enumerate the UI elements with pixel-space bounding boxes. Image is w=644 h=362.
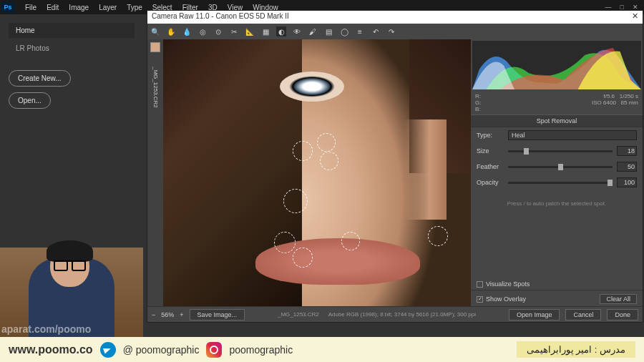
open-button[interactable]: Open... — [9, 92, 51, 109]
color-info[interactable]: Adobe RGB (1998); 8 bit; 3744 by 5616 (2… — [328, 311, 476, 318]
visualize-spots-label: Visualize Spots — [486, 280, 530, 288]
opacity-label: Opacity — [477, 179, 504, 186]
video-credits-bar: www.poomo.co @ poomographic poomographic… — [0, 337, 644, 362]
type-label: Type: — [477, 132, 504, 139]
camera-raw-dialog: Camera Raw 11.0 - Canon EOS 5D Mark II ✕… — [147, 10, 643, 323]
camera-raw-toolbar: 🔍 ✋ 💧 ◎ ⊙ ✂ 📐 ▦ ◐ 👁 🖌 ▤ ◯ ≡ ↶ ↷ — [147, 24, 643, 39]
menu-file[interactable]: File — [20, 4, 42, 11]
save-image-button[interactable]: Save Image... — [190, 309, 245, 321]
graduated-filter-tool-icon[interactable]: ▤ — [323, 26, 333, 36]
show-overlay-checkbox[interactable]: ✓ — [477, 296, 483, 303]
spot-marker[interactable] — [428, 226, 448, 246]
thumbnail[interactable] — [150, 42, 160, 52]
zoom-tool-icon[interactable]: 🔍 — [150, 26, 160, 36]
filename-label: _MG_1253.CR2 — [152, 67, 159, 108]
transform-tool-icon[interactable]: ▦ — [260, 26, 270, 36]
redeye-tool-icon[interactable]: 👁 — [292, 26, 302, 36]
photoshop-logo-icon: Ps — [1, 2, 14, 12]
feather-label: Feather — [477, 163, 504, 170]
preview-canvas[interactable] — [163, 39, 471, 306]
video-watermark: aparat.com/poomo — [1, 323, 91, 335]
meta-shutter: 1/250 s — [620, 93, 638, 99]
hand-tool-icon[interactable]: ✋ — [166, 26, 176, 36]
rotate-left-icon[interactable]: ↶ — [371, 26, 381, 36]
dialog-titlebar: Camera Raw 11.0 - Canon EOS 5D Mark II ✕ — [147, 11, 643, 24]
hint-text: Press / to auto patch the selected spot. — [471, 190, 643, 217]
spot-marker[interactable] — [320, 152, 338, 170]
color-sampler-tool-icon[interactable]: ◎ — [197, 26, 208, 36]
rotate-right-icon[interactable]: ↷ — [386, 26, 396, 36]
panel-title: Spot Removal — [471, 114, 643, 127]
meta-r: R: — [475, 93, 481, 99]
straighten-tool-icon[interactable]: 📐 — [245, 26, 255, 36]
sidebar-lr-photos[interactable]: LR Photos — [9, 41, 135, 56]
preferences-icon[interactable]: ≡ — [355, 26, 365, 36]
zoom-in-button[interactable]: + — [180, 311, 183, 318]
telegram-handle: @ poomographic — [123, 344, 200, 356]
dialog-title: Camera Raw 11.0 - Canon EOS 5D Mark II — [152, 12, 289, 20]
size-value[interactable]: 18 — [617, 146, 637, 156]
open-image-button[interactable]: Open Image — [509, 309, 560, 321]
menu-type[interactable]: Type — [122, 4, 147, 11]
show-overlay-label: Show Overlay — [486, 295, 526, 303]
clear-all-button[interactable]: Clear All — [600, 294, 637, 304]
feather-value[interactable]: 50 — [617, 162, 637, 172]
dialog-footer: − 56% + Save Image... _MG_1253.CR2 Adobe… — [147, 306, 643, 322]
menu-layer[interactable]: Layer — [94, 4, 122, 11]
cancel-button[interactable]: Cancel — [565, 309, 601, 321]
visualize-spots-checkbox[interactable] — [477, 281, 483, 288]
spot-marker[interactable] — [341, 232, 360, 250]
instructor-credit: مدرس : امیر پورابراهیمی — [517, 341, 635, 358]
meta-g: G: — [475, 99, 481, 106]
sidebar-home[interactable]: Home — [9, 23, 135, 38]
histogram[interactable] — [472, 41, 641, 89]
meta-b: B: — [475, 106, 481, 112]
dialog-close-icon[interactable]: ✕ — [632, 11, 638, 21]
filename-footer: _MG_1253.CR2 — [278, 311, 319, 318]
type-select[interactable]: Heal — [508, 130, 637, 140]
instagram-icon — [206, 342, 222, 358]
meta-iso: ISO 6400 — [592, 99, 616, 106]
size-label: Size — [477, 147, 504, 155]
target-adjust-tool-icon[interactable]: ⊙ — [213, 26, 223, 36]
create-new-button[interactable]: Create New... — [9, 70, 71, 87]
opacity-value[interactable]: 100 — [617, 177, 637, 187]
website-url: www.poomo.co — [9, 343, 93, 356]
photo-preview — [163, 39, 471, 306]
radial-filter-tool-icon[interactable]: ◯ — [339, 26, 349, 36]
adjustment-brush-tool-icon[interactable]: 🖌 — [308, 26, 318, 36]
telegram-icon — [100, 342, 116, 358]
spot-marker[interactable] — [293, 248, 313, 268]
instagram-handle: poomographic — [229, 344, 293, 356]
menu-image[interactable]: Image — [64, 4, 94, 11]
filmstrip-panel: _MG_1253.CR2 — [147, 39, 163, 306]
spot-marker[interactable] — [317, 133, 336, 152]
menu-edit[interactable]: Edit — [42, 4, 64, 11]
meta-aperture: f/5.6 — [604, 93, 615, 99]
white-balance-tool-icon[interactable]: 💧 — [182, 26, 192, 36]
done-button[interactable]: Done — [607, 309, 638, 321]
size-slider[interactable] — [508, 150, 613, 152]
meta-focal: 85 mm — [621, 99, 638, 106]
adjustments-panel: R: G: B: f/5.6 1/250 s ISO 6400 85 mm Sp… — [471, 39, 643, 306]
spot-marker[interactable] — [283, 189, 308, 213]
zoom-out-button[interactable]: − — [152, 311, 155, 318]
crop-tool-icon[interactable]: ✂ — [229, 26, 239, 36]
feather-slider[interactable] — [508, 166, 613, 168]
spot-marker[interactable] — [293, 141, 313, 161]
spot-marker[interactable] — [274, 232, 296, 253]
spot-removal-tool-icon[interactable]: ◐ — [276, 26, 286, 36]
opacity-slider[interactable] — [508, 182, 613, 184]
zoom-level[interactable]: 56% — [161, 311, 174, 318]
